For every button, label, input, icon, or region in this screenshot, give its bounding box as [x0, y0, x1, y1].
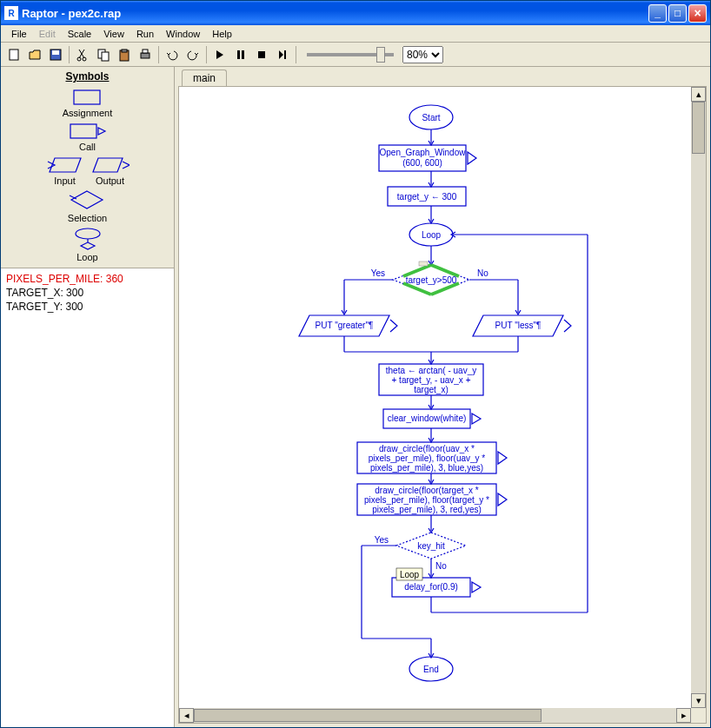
redo-button[interactable] — [183, 45, 203, 64]
separator — [206, 46, 207, 63]
minimize-button[interactable]: _ — [648, 4, 667, 23]
titlebar[interactable]: R Raptor - pex2c.rap _ □ × — [1, 1, 710, 25]
svg-text:End: End — [423, 665, 439, 674]
svg-text:Start: Start — [422, 113, 440, 122]
new-button[interactable] — [4, 45, 23, 64]
tab-main[interactable]: main — [182, 69, 227, 86]
symbol-assignment[interactable]: Assignment — [63, 88, 112, 118]
decision-target-y[interactable]: target_y>500 — [393, 265, 469, 295]
symbol-selection[interactable]: Selection — [68, 189, 107, 223]
menu-run[interactable]: Run — [131, 27, 159, 41]
tabs: main — [175, 67, 710, 86]
svg-rect-13 — [258, 51, 265, 58]
svg-text:draw_circle(floor(uav_x *: draw_circle(floor(uav_x * — [379, 444, 475, 453]
pause-button[interactable] — [231, 45, 250, 64]
svg-rect-12 — [242, 50, 244, 59]
scroll-down-icon[interactable]: ▾ — [691, 693, 706, 708]
copy-button[interactable] — [94, 45, 113, 64]
menu-file[interactable]: File — [6, 27, 32, 41]
svg-text:pixels_per_mile), floor(uav_y : pixels_per_mile), floor(uav_y * — [369, 453, 486, 463]
menubar: File Edit Scale View Run Window Help — [1, 25, 710, 43]
svg-text:PUT "greater"¶: PUT "greater"¶ — [316, 321, 374, 330]
svg-text:key_hit: key_hit — [417, 541, 445, 551]
var-row[interactable]: PIXELS_PER_MILE: 360 — [4, 272, 170, 286]
scroll-up-icon[interactable]: ▴ — [691, 87, 706, 102]
svg-rect-2 — [52, 50, 59, 55]
svg-text:target_x): target_x) — [414, 385, 448, 394]
svg-rect-15 — [74, 90, 100, 104]
sidebar: Symbols Assignment Call I — [1, 67, 175, 727]
svg-text:No: No — [477, 268, 488, 278]
separator — [69, 46, 70, 63]
flowchart-canvas[interactable]: Start Open_Graph_Window (600, 600) targe… — [179, 87, 706, 723]
svg-rect-10 — [143, 50, 148, 53]
separator — [158, 46, 159, 63]
var-row[interactable]: TARGET_Y: 300 — [4, 300, 170, 314]
maximize-button[interactable]: □ — [668, 4, 687, 23]
paste-button[interactable] — [115, 45, 134, 64]
symbols-title: Symbols — [4, 70, 170, 83]
print-button[interactable] — [136, 45, 155, 64]
svg-rect-16 — [70, 124, 96, 138]
step-button[interactable] — [273, 45, 292, 64]
svg-text:clear_window(white): clear_window(white) — [388, 414, 467, 423]
menu-window[interactable]: Window — [161, 27, 205, 41]
svg-text:target_y>500: target_y>500 — [406, 275, 457, 285]
close-button[interactable]: × — [688, 4, 707, 23]
cut-button[interactable] — [73, 45, 92, 64]
breakpoint-icon[interactable] — [419, 261, 428, 266]
menu-scale[interactable]: Scale — [63, 27, 97, 41]
slider-thumb[interactable] — [376, 47, 385, 63]
separator — [296, 46, 296, 63]
open-button[interactable] — [25, 45, 44, 64]
scroll-corner — [691, 708, 706, 723]
svg-text:(600, 600): (600, 600) — [402, 158, 442, 168]
speed-slider[interactable] — [307, 53, 394, 56]
horizontal-scrollbar[interactable]: ◂ ▸ — [179, 708, 691, 723]
symbol-loop[interactable]: Loop — [70, 227, 105, 262]
save-button[interactable] — [46, 45, 65, 64]
var-row[interactable]: TARGET_X: 300 — [4, 286, 170, 300]
svg-rect-6 — [102, 52, 109, 61]
undo-button[interactable] — [163, 45, 182, 64]
toolbar: 80% — [1, 43, 710, 67]
svg-rect-0 — [10, 50, 18, 60]
scroll-thumb[interactable] — [692, 102, 705, 154]
svg-point-17 — [76, 228, 100, 239]
symbol-output[interactable]: Output — [91, 156, 130, 186]
svg-text:draw_circle(floor(target_x *: draw_circle(floor(target_x * — [375, 486, 479, 495]
symbols-panel: Symbols Assignment Call I — [1, 67, 174, 268]
title-text: Raptor - pex2c.rap — [22, 7, 648, 20]
canvas-wrap: Start Open_Graph_Window (600, 600) targe… — [178, 86, 707, 724]
svg-text:No: No — [435, 561, 447, 571]
svg-text:Loop: Loop — [422, 230, 442, 240]
app-icon: R — [4, 6, 18, 20]
svg-text:pixels_per_mile), floor(target: pixels_per_mile), floor(target_y * — [364, 495, 489, 505]
scroll-left-icon[interactable]: ◂ — [179, 708, 194, 723]
svg-text:Open_Graph_Window: Open_Graph_Window — [380, 148, 467, 157]
scroll-thumb[interactable] — [194, 709, 542, 722]
variables-panel: PIXELS_PER_MILE: 360 TARGET_X: 300 TARGE… — [1, 268, 174, 727]
play-button[interactable] — [210, 45, 229, 64]
vertical-scrollbar[interactable]: ▴ ▾ — [691, 87, 706, 708]
svg-rect-14 — [284, 50, 286, 59]
svg-rect-11 — [237, 50, 240, 59]
menu-edit[interactable]: Edit — [34, 27, 61, 41]
menu-view[interactable]: View — [98, 27, 130, 41]
svg-text:Yes: Yes — [371, 268, 385, 278]
svg-text:PUT "less"¶: PUT "less"¶ — [495, 321, 542, 330]
svg-rect-9 — [141, 53, 150, 58]
svg-text:pixels_per_mile), 3, red,yes): pixels_per_mile), 3, red,yes) — [372, 505, 482, 514]
symbol-input[interactable]: Input — [46, 156, 84, 186]
menu-help[interactable]: Help — [207, 27, 237, 41]
stop-button[interactable] — [252, 45, 271, 64]
zoom-select[interactable]: 80% — [402, 46, 443, 63]
svg-text:pixels_per_mile), 3, blue,yes): pixels_per_mile), 3, blue,yes) — [370, 463, 483, 473]
flowchart-svg: Start Open_Graph_Window (600, 600) targe… — [179, 87, 692, 721]
content-area: Symbols Assignment Call I — [1, 67, 710, 727]
app-window: R Raptor - pex2c.rap _ □ × File Edit Sca… — [0, 0, 711, 728]
symbol-call[interactable]: Call — [66, 122, 110, 152]
svg-rect-8 — [122, 50, 127, 52]
scroll-right-icon[interactable]: ▸ — [676, 708, 691, 723]
svg-text:Yes: Yes — [375, 535, 389, 545]
